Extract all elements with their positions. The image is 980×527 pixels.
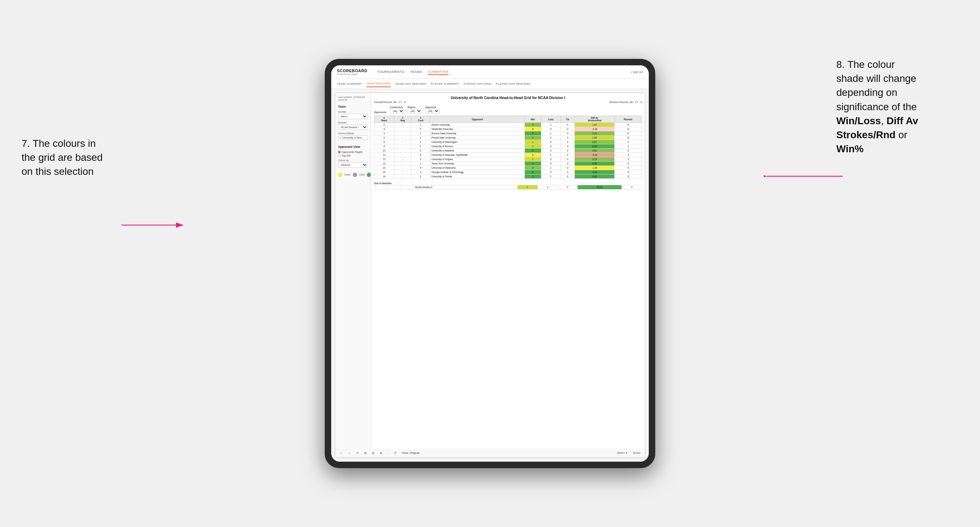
table-row: 13 - 1 Texas Tech University 3 0 0 5.56 … — [374, 162, 642, 166]
nav-committee[interactable]: COMMITTEE — [428, 69, 449, 75]
arrow-left-icon — [121, 220, 186, 230]
td-loss: 1 — [541, 153, 560, 157]
radio-opponents-played-circle — [338, 151, 340, 153]
td-tie: 0 — [560, 162, 575, 166]
td-opponent: University of Arizona — [430, 144, 525, 149]
annotation-left: 7. The colours in the grid are based on … — [22, 137, 122, 179]
td-loss: 4 — [541, 127, 560, 132]
fit-button[interactable]: ⊕ — [378, 451, 384, 456]
td-reg: - — [394, 157, 411, 162]
opponent-select[interactable]: (All) — [425, 109, 440, 113]
td-tie: 0 — [560, 149, 575, 153]
subnav-player-summary[interactable]: PLAYER SUMMARY — [431, 81, 460, 87]
pause-button[interactable]: · — [386, 451, 390, 456]
filters-row: Opponents: Conference (All) — [374, 106, 642, 113]
th-diff: Diff AvStrokes/Rnd — [575, 116, 614, 123]
td-win: 2 — [525, 123, 541, 127]
conference-select[interactable]: (All) — [390, 109, 404, 113]
radio-opponents-played[interactable]: Opponents Played — [338, 151, 368, 153]
nav-tournaments[interactable]: TOURNAMENTS — [377, 69, 404, 75]
td-rank: 3 — [374, 127, 395, 132]
share-button[interactable]: Share — [632, 451, 642, 455]
table-row: 3 2 Vanderbilt University 0 4 0 -2.29 8 — [374, 127, 642, 132]
table-row: 4 - 1 Arizona State University 5 1 0 2.2… — [374, 132, 642, 136]
td-rank: 9 — [374, 144, 395, 149]
sign-out-link[interactable]: | Sign out — [631, 70, 643, 74]
td-opponent: University of Alabama — [430, 149, 525, 153]
subnav-player-h2h-grid[interactable]: PLAYER H2H GRID — [464, 81, 492, 87]
td-diff: 6.62 — [575, 175, 614, 179]
watch-button[interactable]: Watch ▾ — [616, 451, 628, 455]
ood-conf — [401, 185, 414, 190]
td-win: 1 — [525, 157, 541, 162]
reset-button[interactable]: ↺ — [355, 451, 360, 456]
subnav-player-h2h-heatmap[interactable]: PLAYER H2H HEATMAP — [496, 81, 531, 87]
colour-by-select[interactable]: Win/loss — [338, 162, 368, 168]
td-reg: - — [394, 140, 411, 144]
td-diff: -4.33 — [575, 153, 614, 157]
timer-button[interactable]: ⏱ — [392, 451, 398, 456]
legend-level-label: Level — [359, 173, 365, 176]
td-win: 4 — [525, 136, 541, 140]
opponents-label: Opponents: — [374, 111, 387, 113]
gender-select[interactable]: Men's — [338, 114, 368, 119]
subnav-team-h2h-grid[interactable]: TEAM H2H GRID — [366, 80, 391, 87]
annotation-right-line2: shade will change — [836, 73, 916, 84]
left-panel: Last Updated: 27/03/2024 16:55:38 Team G… — [335, 93, 371, 448]
td-rank: 2 — [374, 123, 395, 127]
td-diff: 9.00 — [575, 144, 614, 149]
division-record: Division Record: 88 - 17 - 0 — [609, 100, 642, 104]
main-table: #Rank #Reg #Conf Opponent Win Loss Tie D… — [374, 116, 642, 179]
td-win: 0 — [525, 127, 541, 132]
undo-button[interactable]: ← — [338, 451, 344, 456]
main-content: Last Updated: 27/03/2024 16:55:38 Team G… — [331, 89, 649, 462]
td-rounds: 9 — [614, 162, 641, 166]
division-select[interactable]: NCAA Division I — [338, 125, 368, 130]
td-opponent: Georgia Institute of Technology — [430, 170, 525, 175]
td-loss: 0 — [541, 162, 560, 166]
subnav-team-summary[interactable]: TEAM SUMMARY — [337, 81, 362, 87]
td-opponent: Auburn University — [430, 123, 525, 127]
region-filter-group: Region (All) — [407, 106, 422, 113]
redo-button[interactable]: → — [346, 451, 352, 456]
td-opponent: University of Washington — [430, 140, 525, 144]
table-row: 16 - 2 University of Florida 3 1 0 6.62 … — [374, 175, 642, 179]
td-rounds: 9 — [614, 166, 641, 170]
ood-rounds: 3 — [622, 185, 642, 190]
td-tie: 0 — [560, 170, 575, 175]
annotation-right-or: or — [896, 129, 907, 140]
td-rank: 14 — [374, 166, 395, 170]
td-loss: 0 — [541, 140, 560, 144]
conference-filter-inline: (All) — [390, 109, 404, 113]
td-loss: 1 — [541, 132, 560, 136]
opponent-view-radio-group: Opponents Played Top 100 — [338, 151, 368, 157]
td-rounds: 9 — [614, 123, 641, 127]
table-row: 2 - 1 Auburn University 2 1 0 1.67 9 — [374, 123, 642, 127]
radio-top-100[interactable]: Top 100 — [338, 154, 368, 157]
zoom-out-button[interactable]: ⊟ — [371, 451, 376, 456]
ood-loss: 0 — [538, 185, 558, 190]
gender-label: Gender — [338, 111, 368, 113]
table-body: 2 - 1 Auburn University 2 1 0 1.67 9 3 2… — [374, 123, 642, 179]
region-select[interactable]: (All) — [407, 109, 422, 113]
table-row: 14 - 5 University of Oklahoma 2 1 0 -1.0… — [374, 166, 642, 170]
td-tie: 0 — [560, 132, 575, 136]
th-reg: #Reg — [394, 116, 411, 123]
td-rounds: 3 — [614, 140, 641, 144]
td-diff: 2.28 — [575, 132, 614, 136]
td-conf: 5 — [411, 166, 430, 170]
td-win: 5 — [525, 170, 541, 175]
td-diff: 1.67 — [575, 123, 614, 127]
nav-teams[interactable]: TEAMS — [410, 69, 422, 75]
th-loss: Loss — [541, 116, 560, 123]
td-rank: 6 — [374, 136, 395, 140]
td-rounds: 8 — [614, 149, 641, 153]
td-rank: 12 — [374, 157, 395, 162]
table-row: 6 - 2 Florida State University 4 2 0 1.8… — [374, 136, 642, 140]
td-rounds: 3 — [614, 153, 641, 157]
zoom-in-button[interactable]: ⊞ — [363, 451, 368, 456]
ood-reg — [387, 185, 401, 190]
school-input[interactable] — [338, 135, 368, 140]
th-conf: #Conf — [411, 116, 430, 123]
subnav-team-h2h-heatmap[interactable]: TEAM H2H HEATMAP — [395, 81, 426, 87]
